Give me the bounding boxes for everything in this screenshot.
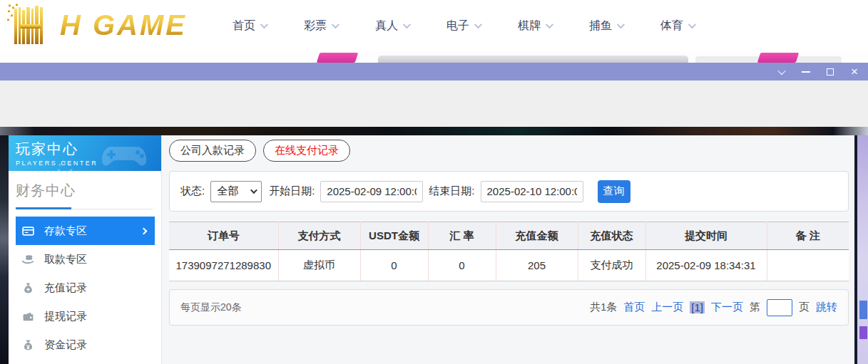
tab-online-payment-records[interactable]: 在线支付记录 <box>263 140 350 162</box>
deposit-card-icon <box>21 224 34 237</box>
sidebar-item-recharge-records[interactable]: 充值记录 <box>9 274 161 302</box>
modal-empty-area <box>0 80 868 127</box>
players-center-header: 玩家中心 PLAYERS CENTER <box>9 135 161 171</box>
cell-usdt-amount: 0 <box>360 250 428 281</box>
total-count: 共1条 <box>590 301 617 314</box>
pagination-bar: 每页显示20条 共1条 首页 上一页 [1] 下一页 第 页 跳转 <box>169 289 849 326</box>
end-date-label: 结束日期: <box>429 184 474 198</box>
tab-company-deposit-records[interactable]: 公司入款记录 <box>169 140 256 162</box>
table-header-row: 订单号 支付方式 USDT金额 汇 率 充值金额 充值状态 提交时间 备 注 <box>169 222 849 250</box>
nav-item-home[interactable]: 首页 <box>233 19 266 33</box>
column-payment-method: 支付方式 <box>278 222 360 250</box>
chevron-down-icon[interactable] <box>777 67 787 77</box>
logo-h-mark-icon <box>6 3 57 47</box>
sidebar-menu: 存款专区 取款专区 充值记录 提现记录 <box>9 217 161 364</box>
pagination-controls: 共1条 首页 上一页 [1] 下一页 第 页 跳转 <box>590 299 837 316</box>
background-decoration <box>859 301 867 319</box>
site-logo[interactable]: H GAME <box>6 3 187 47</box>
cell-exchange-rate: 0 <box>428 250 496 281</box>
chevron-down-icon <box>474 21 482 28</box>
sidebar-item-label: 充值记录 <box>44 281 87 295</box>
cell-remark <box>767 250 849 281</box>
chevron-down-icon <box>546 21 553 28</box>
main-nav: 首页 彩票 真人 电子 棋牌 捕鱼 体育 <box>233 0 694 51</box>
column-submit-time: 提交时间 <box>645 222 767 250</box>
prev-page-link[interactable]: 上一页 <box>651 301 683 314</box>
nav-item-boardgames[interactable]: 棋牌 <box>518 19 551 33</box>
background-page-edge-left <box>0 135 9 364</box>
window-controls: × <box>777 63 859 80</box>
promo-ribbon <box>317 53 359 63</box>
nav-item-fishing[interactable]: 捕鱼 <box>589 19 623 33</box>
maximize-icon[interactable] <box>825 67 835 77</box>
jump-button[interactable]: 跳转 <box>816 301 837 314</box>
screen: H GAME 首页 彩票 真人 电子 棋牌 捕鱼 体育 × <box>0 0 868 364</box>
chevron-down-icon <box>617 21 625 28</box>
page-size-text: 每页显示20条 <box>180 301 242 314</box>
first-page-link[interactable]: 首页 <box>623 301 645 314</box>
column-order-id: 订单号 <box>169 222 278 250</box>
close-icon[interactable]: × <box>849 67 859 77</box>
next-page-link[interactable]: 下一页 <box>711 301 743 314</box>
chevron-down-icon <box>403 21 411 28</box>
jump-prefix: 第 <box>750 301 760 314</box>
search-button[interactable]: 查询 <box>598 180 630 203</box>
section-divider <box>16 207 153 209</box>
gamepad-icon <box>98 140 155 171</box>
sidebar-item-label: 存款专区 <box>44 224 87 238</box>
background-decoration <box>859 326 867 339</box>
filter-panel: 状态: 全部 开始日期: 结束日期: 查询 <box>169 171 849 212</box>
cell-recharge-amount: 205 <box>496 250 578 281</box>
background-page-edge-right <box>857 135 868 364</box>
cell-payment-method: 虚拟币 <box>278 250 360 281</box>
start-date-input[interactable] <box>320 181 423 202</box>
main-panel: 公司入款记录 在线支付记录 状态: 全部 开始日期: 结束日期: 查询 订单号 <box>162 135 857 364</box>
sidebar-item-label: 取款专区 <box>44 253 87 266</box>
site-header: H GAME 首页 彩票 真人 电子 棋牌 捕鱼 体育 <box>0 0 868 51</box>
promo-ribbon <box>757 53 800 63</box>
column-recharge-status: 充值状态 <box>578 222 645 250</box>
sidebar: 玩家中心 PLAYERS CENTER 财务中心 存款专区 <box>9 135 162 364</box>
window-titlebar: × <box>0 63 868 80</box>
chevron-down-icon <box>250 187 257 194</box>
nav-item-slots[interactable]: 电子 <box>446 19 480 33</box>
records-table: 订单号 支付方式 USDT金额 汇 率 充值金额 充值状态 提交时间 备 注 1… <box>169 222 849 281</box>
sidebar-item-deposit[interactable]: 存款专区 <box>16 217 155 245</box>
sidebar-item-lottery-bet-details[interactable]: 彩票下注明细 <box>9 359 161 364</box>
chevron-right-icon <box>141 227 148 234</box>
logo-text: H GAME <box>60 9 187 41</box>
finance-section-title: 财务中心 <box>16 181 153 200</box>
cell-recharge-status: 支付成功 <box>578 250 645 281</box>
sidebar-item-withdraw[interactable]: 取款专区 <box>9 245 161 274</box>
sidebar-item-label: 提现记录 <box>44 310 87 323</box>
nav-item-sports[interactable]: 体育 <box>660 19 694 33</box>
chevron-down-icon <box>332 21 339 28</box>
nav-item-lottery[interactable]: 彩票 <box>304 19 337 33</box>
nav-item-live[interactable]: 真人 <box>375 19 409 33</box>
column-recharge-amount: 充值金额 <box>496 222 578 250</box>
chevron-down-icon <box>688 21 696 28</box>
sidebar-item-label: 资金记录 <box>44 338 87 352</box>
status-select-value: 全部 <box>217 184 238 198</box>
cell-submit-time: 2025-02-09 18:34:31 <box>645 250 767 281</box>
withdrawal-wallet-icon <box>21 310 34 323</box>
cell-order-id: 1739097271289830 <box>169 250 278 281</box>
column-usdt-amount: USDT金额 <box>360 222 428 250</box>
jump-suffix: 页 <box>799 301 810 314</box>
funds-bag-icon <box>21 338 34 351</box>
status-label: 状态: <box>180 184 205 198</box>
sidebar-item-withdrawal-records[interactable]: 提现记录 <box>9 302 161 331</box>
column-exchange-rate: 汇 率 <box>428 222 496 250</box>
background-dark-band <box>0 127 868 135</box>
current-page[interactable]: [1] <box>690 301 705 313</box>
column-remark: 备 注 <box>767 222 849 250</box>
minimize-icon[interactable] <box>801 67 811 77</box>
finance-section: 财务中心 <box>9 171 161 209</box>
status-select[interactable]: 全部 <box>210 181 262 202</box>
sidebar-item-funds-records[interactable]: 资金记录 <box>9 331 161 359</box>
jump-page-input[interactable] <box>767 299 792 316</box>
start-date-label: 开始日期: <box>269 184 315 198</box>
withdraw-hand-icon <box>21 253 34 266</box>
end-date-input[interactable] <box>481 181 583 202</box>
recharge-bag-icon <box>21 281 34 294</box>
